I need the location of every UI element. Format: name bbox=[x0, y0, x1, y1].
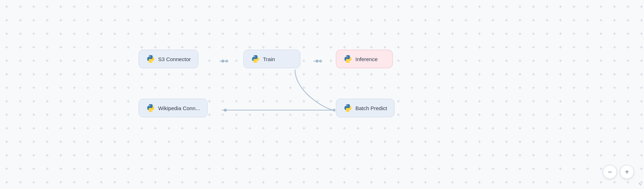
svg-rect-2 bbox=[0, 0, 644, 189]
svg-point-5 bbox=[221, 60, 224, 63]
grid-background bbox=[0, 0, 644, 189]
node-batch-predict-label: Batch Predict bbox=[355, 105, 387, 111]
node-wikipedia-connector[interactable]: Wikipedia Conn... bbox=[139, 99, 208, 117]
python-icon bbox=[343, 54, 353, 64]
svg-point-12 bbox=[224, 109, 227, 112]
zoom-controls: − + bbox=[603, 165, 634, 179]
svg-point-6 bbox=[225, 60, 228, 63]
svg-point-9 bbox=[319, 60, 322, 63]
edit-icon[interactable]: ✎ bbox=[638, 182, 642, 187]
connections-layer bbox=[0, 0, 644, 189]
python-icon bbox=[251, 54, 260, 64]
python-icon bbox=[146, 54, 155, 64]
node-train-label: Train bbox=[263, 56, 275, 62]
svg-point-10 bbox=[333, 109, 336, 112]
node-wikipedia-label: Wikipedia Conn... bbox=[158, 105, 200, 111]
node-s3-connector[interactable]: S3 Connector bbox=[139, 50, 198, 68]
svg-point-8 bbox=[316, 60, 318, 63]
python-icon bbox=[343, 103, 353, 113]
node-batch-predict[interactable]: Batch Predict bbox=[336, 99, 395, 117]
python-icon bbox=[146, 103, 155, 113]
svg-rect-3 bbox=[0, 0, 644, 189]
node-inference-label: Inference bbox=[355, 56, 378, 62]
zoom-in-button[interactable]: + bbox=[620, 165, 634, 179]
node-train[interactable]: Train bbox=[243, 50, 300, 68]
zoom-out-button[interactable]: − bbox=[603, 165, 617, 179]
node-inference[interactable]: Inference bbox=[336, 50, 393, 68]
node-s3-connector-label: S3 Connector bbox=[158, 56, 191, 62]
